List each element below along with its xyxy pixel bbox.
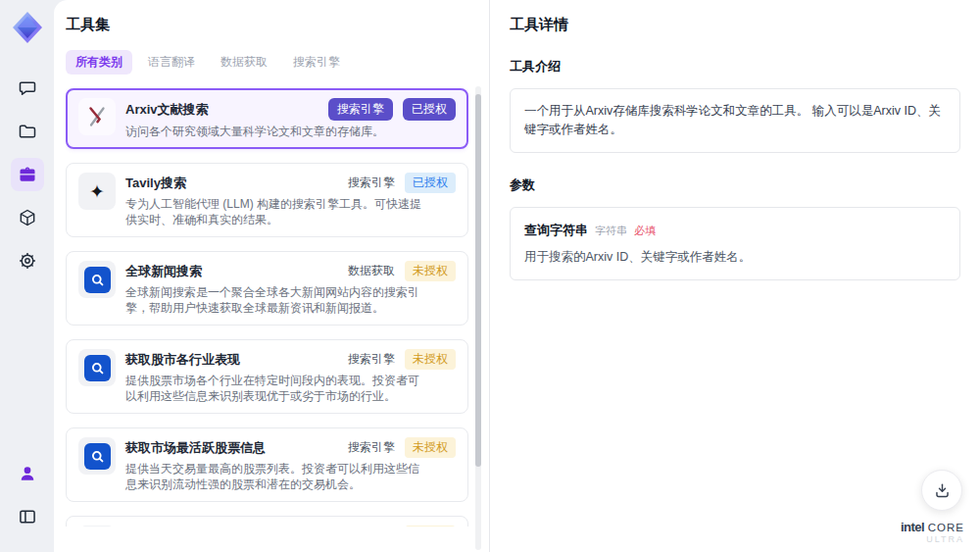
sidebar-toggle-icon[interactable]	[11, 500, 44, 533]
category-label: 搜索引擎	[348, 439, 395, 456]
auth-status-badge: 未授权	[405, 437, 456, 458]
param-box: 查询字符串 字符串 必填 用于搜索的Arxiv ID、关键字或作者姓名。	[510, 207, 960, 280]
param-type: 字符串	[595, 223, 627, 239]
intel-wordmark: intel	[901, 520, 924, 534]
tab-language-translation[interactable]: 语言翻译	[138, 50, 205, 75]
card-body: 获取市场最活跃股票信息 搜索引擎 未授权 提供当天交易量最高的股票列表。投资者可…	[125, 437, 456, 492]
arxiv-logo-icon	[78, 98, 116, 135]
category-label: 数据获取	[348, 263, 395, 279]
auth-status-badge: 已授权	[403, 98, 456, 121]
param-required-flag: 必填	[634, 223, 656, 239]
intro-text: 一个用于从Arxiv存储库搜索科学论文和文章的工具。 输入可以是Arxiv ID…	[524, 104, 941, 136]
tool-card-most-active-stocks[interactable]: 获取市场最活跃股票信息 搜索引擎 未授权 提供当天交易量最高的股票列表。投资者可…	[66, 427, 468, 502]
param-description: 用于搜索的Arxiv ID、关键字或作者姓名。	[524, 248, 946, 267]
auth-status-badge: 未授权	[405, 526, 456, 527]
main-surface: 工具集 所有类别 语言翻译 数据获取 搜索引擎	[54, 0, 980, 552]
detail-title: 工具详情	[510, 16, 960, 34]
app-window: 工具集 所有类别 语言翻译 数据获取 搜索引擎	[0, 0, 980, 552]
list-scrollbar-thumb[interactable]	[475, 94, 481, 467]
magnifier-logo-icon	[78, 437, 116, 475]
intro-heading: 工具介绍	[510, 58, 960, 75]
download-icon	[933, 481, 952, 500]
tool-description: 专为人工智能代理 (LLM) 构建的搜索引擎工具。可快速提供实时、准确和真实的结…	[125, 196, 456, 227]
tool-card-sector-performance[interactable]: 获取股市各行业表现 搜索引擎 未授权 提供股票市场各个行业在特定时间段内的表现。…	[66, 339, 468, 414]
folder-icon[interactable]	[11, 115, 44, 148]
card-body: 获取股市各行业表现 搜索引擎 未授权 提供股票市场各个行业在特定时间段内的表现。…	[125, 349, 456, 404]
magnifier-logo-icon	[78, 261, 116, 298]
tab-all-categories[interactable]: 所有类别	[66, 50, 132, 75]
tool-list-panel: 工具集 所有类别 语言翻译 数据获取 搜索引擎	[54, 0, 490, 552]
category-tabs: 所有类别 语言翻译 数据获取 搜索引擎	[66, 50, 489, 75]
card-body: 万维地区新闻查询 搜索引擎 未授权 查询具体行政区划内的新闻，快速了解各地新闻动	[125, 526, 456, 527]
intel-core-logo: intel CORE ULTRA	[901, 521, 964, 545]
tool-description: 提供股票市场各个行业在特定时间段内的表现。投资者可以利用这些信息来识别表现优于或…	[125, 373, 456, 404]
tool-description: 提供当天交易量最高的股票列表。投资者可以利用这些信息来识别流动性强的股票和潜在的…	[125, 461, 456, 492]
tool-card-list: Arxiv文献搜索 搜索引擎 已授权 访问各个研究领域大量科学论文和文章的存储库…	[66, 88, 468, 527]
tab-search-engine[interactable]: 搜索引擎	[283, 50, 350, 75]
tool-name: 获取市场最活跃股票信息	[125, 439, 266, 457]
param-name: 查询字符串	[524, 221, 588, 240]
download-button[interactable]	[921, 470, 962, 511]
auth-status-badge: 未授权	[405, 261, 456, 281]
chat-icon[interactable]	[11, 72, 44, 105]
tool-card-tavily[interactable]: ✦ Tavily搜索 搜索引擎 已授权 专为人工智能代理 (LLM) 构建的搜索…	[66, 163, 468, 237]
left-rail	[0, 0, 54, 552]
tool-detail-panel: 工具详情 工具介绍 一个用于从Arxiv存储库搜索科学论文和文章的工具。 输入可…	[490, 0, 980, 552]
card-body: 全球新闻搜索 数据获取 未授权 全球新闻搜索是一个聚合全球各大新闻网站内容的搜索…	[125, 261, 456, 316]
list-scrollbar[interactable]	[475, 86, 481, 550]
tool-description: 访问各个研究领域大量科学论文和文章的存储库。	[125, 124, 456, 139]
page-title: 工具集	[66, 16, 489, 34]
toolbox-icon[interactable]	[11, 158, 44, 191]
card-body: Tavily搜索 搜索引擎 已授权 专为人工智能代理 (LLM) 构建的搜索引擎…	[125, 173, 456, 227]
app-logo-icon	[10, 10, 45, 45]
category-badge: 搜索引擎	[328, 98, 393, 121]
ultra-wordmark: ULTRA	[901, 535, 964, 544]
category-label: 搜索引擎	[348, 175, 395, 191]
tool-description: 全球新闻搜索是一个聚合全球各大新闻网站内容的搜索引擎，帮助用户快速获取全球最新资…	[125, 284, 456, 316]
settings-gear-icon[interactable]	[11, 244, 44, 277]
params-heading: 参数	[510, 176, 960, 194]
category-label: 搜索引擎	[348, 351, 395, 368]
tool-card-regional-news[interactable]: 万维地区新闻查询 搜索引擎 未授权 查询具体行政区划内的新闻，快速了解各地新闻动	[66, 516, 468, 527]
auth-status-badge: 已授权	[405, 173, 456, 193]
auth-status-badge: 未授权	[405, 349, 456, 370]
tool-card-arxiv[interactable]: Arxiv文献搜索 搜索引擎 已授权 访问各个研究领域大量科学论文和文章的存储库…	[66, 88, 468, 149]
magnifier-logo-icon	[78, 349, 116, 386]
tool-name: 全球新闻搜索	[125, 263, 202, 280]
tool-name: Arxiv文献搜索	[125, 101, 209, 119]
cube-icon[interactable]	[11, 201, 44, 234]
tool-name: 获取股市各行业表现	[125, 351, 240, 369]
core-wordmark: CORE	[928, 522, 964, 533]
user-avatar-icon[interactable]	[11, 457, 44, 490]
card-body: Arxiv文献搜索 搜索引擎 已授权 访问各个研究领域大量科学论文和文章的存储库…	[125, 98, 456, 139]
tavily-star-icon: ✦	[78, 173, 116, 210]
tab-data-acquisition[interactable]: 数据获取	[211, 50, 277, 75]
tool-name: Tavily搜索	[125, 175, 186, 192]
tool-card-global-news[interactable]: 全球新闻搜索 数据获取 未授权 全球新闻搜索是一个聚合全球各大新闻网站内容的搜索…	[66, 251, 468, 326]
intro-box: 一个用于从Arxiv存储库搜索科学论文和文章的工具。 输入可以是Arxiv ID…	[510, 88, 960, 153]
newspaper-icon	[78, 526, 116, 527]
